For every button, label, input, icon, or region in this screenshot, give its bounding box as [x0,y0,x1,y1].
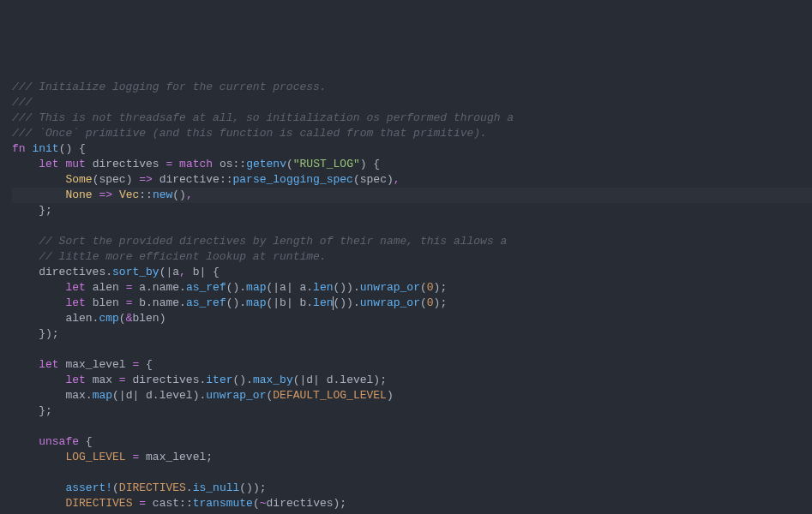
code-line[interactable]: // little more efficient lookup at runti… [12,249,812,265]
code-line[interactable]: LOG_LEVEL = max_level; [12,450,812,465]
code-line[interactable]: }; [12,203,812,218]
code-line[interactable]: let mut directives = match os::getenv("R… [12,157,812,172]
code-line[interactable]: Some(spec) => directive::parse_logging_s… [12,172,812,188]
code-line[interactable]: /// Initialize logging for the current p… [12,80,812,95]
token-keyword: let [65,296,85,309]
code-line[interactable]: let max = directives.iter().max_by(|d| d… [12,373,812,388]
code-line[interactable]: alen.cmp(&blen) [12,311,812,326]
token-punct: ; [206,451,213,463]
code-line[interactable]: let alen = a.name.as_ref().map(|a| a.len… [12,280,812,296]
token-plain [12,296,65,309]
token-func: as_ref [186,281,226,294]
token-punct: (spec) [353,173,394,186]
token-func: init [32,142,58,155]
code-line[interactable]: }); [12,326,812,342]
token-op: = [119,374,126,386]
token-comment: /// [12,96,32,109]
code-line[interactable]: let max_level = { [12,357,812,373]
token-func: map [93,389,112,402]
code-line[interactable] [12,465,812,481]
token-plain: alen [86,281,126,294]
token-plain [12,358,39,371]
token-comment: // little more efficient lookup at runti… [39,250,326,263]
token-plain: os [213,158,232,170]
token-plain: directives [86,158,166,170]
code-line[interactable]: DIRECTIVES = cast::transmute(~directives… [12,496,812,511]
token-func: getenv [246,158,286,170]
token-punct: (). [233,374,253,386]
token-punct: . [186,481,193,494]
code-line[interactable]: /// [12,95,812,111]
token-plain [172,158,179,170]
code-line[interactable]: directives.sort_by(|a, b| { [12,265,812,280]
token-num: 0 [427,296,434,309]
token-func: assert! [65,481,112,494]
code-line[interactable]: // Sort the provided directives by lengt… [12,234,812,249]
token-punct: :: [233,158,247,170]
token-punct: (spec) [93,173,140,186]
code-line[interactable]: fn init() { [12,141,812,157]
token-string: "RUST_LOG" [293,158,360,170]
token-plain [12,281,65,294]
token-punct: ()). [334,296,360,309]
token-punct: ( [119,312,126,325]
token-op: ~ [260,497,267,510]
token-punct: (). [226,281,246,294]
code-line[interactable] [12,419,812,434]
token-punct: (|a [159,266,179,278]
token-func: is_null [193,481,240,494]
token-plain [112,188,119,201]
code-line[interactable] [12,218,812,234]
token-plain [12,451,65,463]
token-func: iter [206,374,232,386]
code-editor[interactable]: /// Initialize logging for the current p… [0,77,812,514]
token-plain: blen [86,296,126,309]
token-punct: | { [199,266,219,278]
token-comment: // Sort the provided directives by lengt… [39,235,507,248]
code-line[interactable]: /// `Once` primitive (and this function … [12,126,812,141]
token-punct: ( [420,296,427,309]
token-punct: ) [159,312,166,325]
token-keyword: mut [65,158,85,170]
token-type: Vec [119,188,139,201]
token-punct: ( [286,158,293,170]
token-plain [12,374,65,386]
code-line[interactable]: max.map(|d| d.level).unwrap_or(DEFAULT_L… [12,388,812,403]
token-const: DIRECTIVES [65,497,132,510]
code-line[interactable]: unsafe { [12,434,812,450]
token-func: len [313,281,333,294]
token-plain: directives [267,497,334,510]
text-cursor [333,296,334,310]
token-op: = [139,497,146,510]
code-line[interactable]: }; [12,403,812,419]
token-op: , [179,266,186,278]
token-plain: directives. [126,374,207,386]
token-punct: :: [179,497,193,510]
code-line[interactable] [12,342,812,357]
token-punct: ); [434,281,448,294]
token-func: cmp [99,312,118,325]
token-plain [12,250,39,263]
token-punct: (|d| d.level). [112,389,206,402]
token-plain: max_level [139,451,206,463]
token-punct: ; [380,374,387,386]
token-keyword: fn [12,142,26,155]
token-plain [12,158,39,170]
token-func: unwrap_or [360,296,420,309]
token-func: parse_logging_spec [232,173,352,186]
token-op: , [394,173,400,186]
code-line[interactable]: assert!(DIRECTIVES.is_null()); [12,481,812,496]
token-punct: ) [387,389,394,402]
token-plain [12,435,39,448]
token-func: len [313,296,333,309]
token-plain: } [12,204,45,217]
token-plain: blen [132,312,159,325]
code-line[interactable]: let blen = b.name.as_ref().map(|b| b.len… [12,296,812,311]
token-plain: b [186,266,200,278]
code-line[interactable]: /// This is not threadsafe at all, so in… [12,111,812,126]
token-op: , [186,188,193,201]
token-punct: ( [420,281,427,294]
code-line[interactable]: None => Vec::new(), [12,188,812,203]
token-op: => [139,173,153,186]
token-plain: max. [12,389,93,402]
